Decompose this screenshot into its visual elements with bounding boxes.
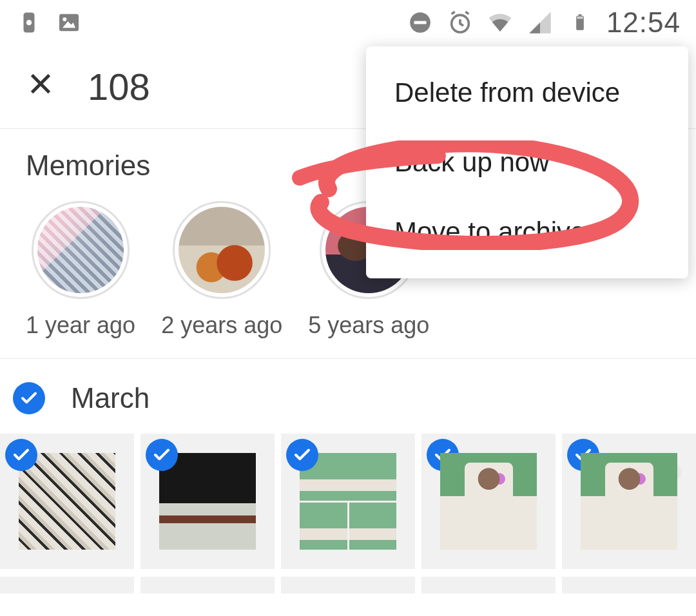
- do-not-disturb-phone-icon: [15, 9, 43, 36]
- photo-thumbnail[interactable]: [0, 577, 134, 593]
- memory-item[interactable]: 2 years ago: [161, 201, 282, 339]
- memory-thumb-frame: [173, 201, 271, 299]
- month-select-check-icon[interactable]: [13, 382, 45, 414]
- menu-item-move-to-archive[interactable]: Move to archive: [366, 197, 688, 267]
- month-title: March: [71, 382, 150, 414]
- photo-thumbnail[interactable]: [0, 434, 134, 569]
- alarm-clock-icon: [447, 9, 474, 36]
- status-right: 12:54: [407, 6, 681, 39]
- wifi-icon: [487, 9, 514, 36]
- memory-item[interactable]: 1 year ago: [26, 201, 135, 339]
- memory-label: 2 years ago: [161, 312, 282, 339]
- svg-point-1: [26, 20, 32, 26]
- select-check-icon[interactable]: [5, 439, 37, 471]
- svg-rect-6: [414, 21, 426, 24]
- status-left: [15, 9, 82, 36]
- photo-thumbnail[interactable]: [281, 577, 415, 593]
- photo-thumbnail[interactable]: [140, 577, 275, 593]
- close-selection-icon[interactable]: [26, 68, 55, 106]
- photo-thumbnail[interactable]: [421, 434, 556, 569]
- memory-thumb-frame: [32, 201, 130, 299]
- month-header[interactable]: March: [0, 359, 696, 434]
- photo-thumbnail[interactable]: [281, 434, 415, 569]
- svg-rect-9: [579, 14, 582, 17]
- svg-rect-10: [577, 17, 583, 19]
- photo-thumbnail[interactable]: [140, 434, 275, 569]
- overflow-menu: Delete from device Back up now Move to a…: [366, 46, 688, 278]
- photo-thumbnail[interactable]: [562, 577, 696, 593]
- cellular-signal-icon: [527, 9, 554, 36]
- photo-thumbnail[interactable]: [562, 434, 696, 569]
- menu-item-back-up-now[interactable]: Back up now: [366, 128, 688, 197]
- image-icon: [55, 9, 82, 36]
- select-check-icon[interactable]: [146, 439, 178, 471]
- menu-item-delete-from-device[interactable]: Delete from device: [366, 58, 688, 128]
- photo-grid-row: [0, 434, 696, 577]
- photo-grid-row: [0, 577, 696, 593]
- status-time: 12:54: [606, 6, 681, 39]
- photo-thumbnail[interactable]: [421, 577, 556, 593]
- svg-point-4: [63, 17, 66, 21]
- dnd-circle-icon: [407, 9, 434, 36]
- select-check-icon[interactable]: [286, 439, 318, 471]
- status-bar: 12:54: [0, 0, 696, 45]
- selected-count: 108: [88, 65, 150, 108]
- battery-icon: [566, 9, 594, 36]
- memory-label: 1 year ago: [26, 312, 135, 339]
- memory-label: 5 years ago: [308, 312, 429, 339]
